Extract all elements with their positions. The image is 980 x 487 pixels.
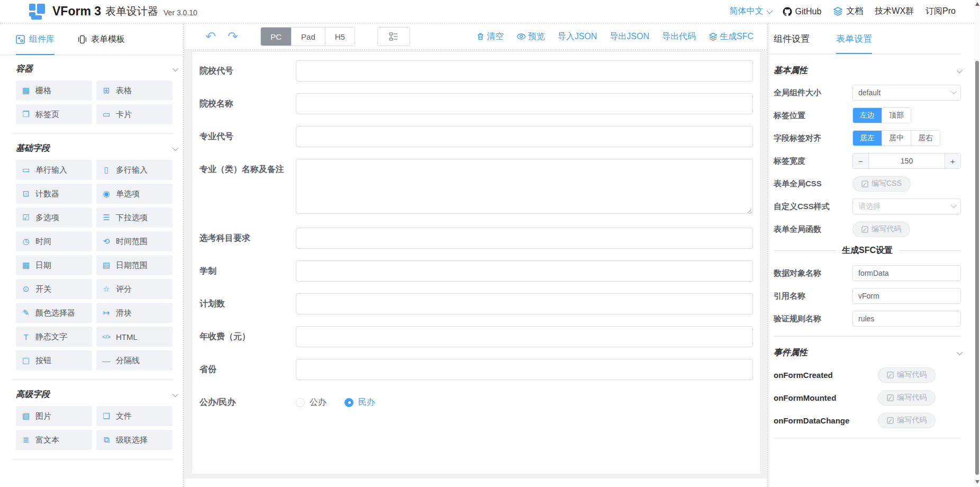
sidebar-item-date[interactable]: ▦日期 <box>16 255 92 275</box>
collapse-chevron-icon[interactable] <box>173 391 178 396</box>
tab-widget-library[interactable]: 组件库 <box>16 24 55 55</box>
radio-option-public[interactable]: 公办 <box>296 397 326 408</box>
form-field-subject-requirements[interactable]: 选考科目要求 <box>196 228 753 249</box>
study-years-input[interactable] <box>296 260 753 282</box>
clear-button[interactable]: 清空 <box>476 31 504 42</box>
wechat-group-link[interactable]: 技术WX群 <box>875 6 914 17</box>
form-field-major-name-remarks[interactable]: 专业（类）名称及备注 <box>196 159 753 216</box>
global-size-select[interactable]: default <box>852 85 961 101</box>
docs-link[interactable]: 文档 <box>833 6 863 17</box>
sidebar-item-multi-line-input[interactable]: ▯多行输入 <box>96 160 173 180</box>
sidebar-item-card[interactable]: ▭卡片 <box>96 104 173 124</box>
scrollbar-down-arrow-icon[interactable] <box>975 480 979 484</box>
language-selector[interactable]: 简体中文 <box>730 6 771 17</box>
form-field-school-name[interactable]: 院校名称 <box>196 93 753 114</box>
sidebar-item-counter[interactable]: ⊡计数器 <box>16 184 92 204</box>
scrollbar-thumb[interactable] <box>975 61 979 475</box>
form-field-public-private[interactable]: 公办/民办 公办 民办 <box>196 392 753 413</box>
label-align-center[interactable]: 居中 <box>882 131 911 146</box>
major-code-input[interactable] <box>296 126 753 147</box>
form-widget-card[interactable]: 院校代号 院校名称 专业代号 专业（类）名称及备注 <box>192 51 761 474</box>
sidebar-item-rating[interactable]: ☆评分 <box>96 279 173 299</box>
collapse-chevron-icon[interactable] <box>173 65 178 71</box>
plan-count-input[interactable] <box>296 293 753 314</box>
setting-label: 全局组件大小 <box>774 88 852 98</box>
scrollbar-up-arrow-icon[interactable] <box>975 2 979 6</box>
sidebar-item-checkbox[interactable]: ☑多选项 <box>16 208 92 228</box>
setting-label: 标签位置 <box>774 111 852 121</box>
form-field-province[interactable]: 省份 <box>196 359 753 380</box>
province-input[interactable] <box>296 359 753 380</box>
onformdatachange-edit-button[interactable]: 编写代码 <box>878 413 936 428</box>
sidebar-item-table[interactable]: ⊞表格 <box>96 80 173 101</box>
form-canvas[interactable]: 院校代号 院校名称 专业代号 专业（类）名称及备注 <box>184 50 767 479</box>
collapse-chevron-icon[interactable] <box>957 349 963 355</box>
device-mode-pad[interactable]: Pad <box>291 28 325 46</box>
form-field-school-code[interactable]: 院校代号 <box>196 60 753 82</box>
redo-button[interactable]: ↷ <box>224 30 241 43</box>
ref-name-input[interactable] <box>852 288 961 304</box>
sidebar-item-time[interactable]: ◷时间 <box>16 231 92 251</box>
collapse-chevron-icon[interactable] <box>173 145 178 150</box>
onformmounted-edit-button[interactable]: 编写代码 <box>878 390 936 405</box>
decrease-button[interactable]: − <box>853 154 869 168</box>
import-json-button[interactable]: 导入JSON <box>558 31 597 42</box>
form-field-major-code[interactable]: 专业代号 <box>196 126 753 147</box>
sidebar-item-date-range[interactable]: ▤日期范围 <box>96 255 173 275</box>
school-code-input[interactable] <box>296 60 753 82</box>
device-mode-pc[interactable]: PC <box>261 28 291 46</box>
sidebar-item-select[interactable]: ☰下拉选项 <box>96 208 173 228</box>
tab-form-templates[interactable]: 表单模板 <box>78 24 125 55</box>
increase-button[interactable]: + <box>945 154 960 168</box>
sidebar-item-picture[interactable]: ▧图片 <box>16 406 92 426</box>
node-tree-button[interactable] <box>377 27 410 46</box>
sidebar-item-divider[interactable]: —分隔线 <box>96 350 173 371</box>
export-code-button[interactable]: 导出代码 <box>662 31 696 42</box>
rules-name-input[interactable] <box>852 311 961 327</box>
sidebar-item-single-line-input[interactable]: ▭单行输入 <box>16 160 92 180</box>
form-field-study-years[interactable]: 学制 <box>196 260 753 282</box>
sidebar-item-color-picker[interactable]: ✎颜色选择器 <box>16 303 92 323</box>
sidebar-item-radio[interactable]: ◉单选项 <box>96 184 173 204</box>
label-align-left[interactable]: 居左 <box>853 131 882 146</box>
write-function-button[interactable]: 编写代码 <box>852 222 910 237</box>
school-name-input[interactable] <box>296 93 753 114</box>
subject-requirements-input[interactable] <box>296 228 753 249</box>
form-field-plan-count[interactable]: 计划数 <box>196 293 753 314</box>
sidebar-item-switch[interactable]: ⊙开关 <box>16 279 92 299</box>
sidebar-item-slider[interactable]: ↦滑块 <box>96 303 173 323</box>
sidebar-item-tab-page[interactable]: ❐标签页 <box>16 104 92 124</box>
tab-form-settings[interactable]: 表单设置 <box>836 24 872 54</box>
sidebar-item-button[interactable]: ▢按钮 <box>16 350 92 371</box>
sidebar-item-time-range[interactable]: ⟲时间范围 <box>96 231 173 251</box>
tab-widget-settings[interactable]: 组件设置 <box>774 24 810 54</box>
generate-sfc-button[interactable]: 生成SFC <box>709 31 754 42</box>
label-align-right[interactable]: 居右 <box>911 131 940 146</box>
sidebar-item-static-text[interactable]: T静态文字 <box>16 327 92 347</box>
radio-option-private[interactable]: 民办 <box>344 397 375 408</box>
undo-button[interactable]: ↶ <box>202 30 219 43</box>
preview-button[interactable]: 预览 <box>516 31 545 42</box>
export-json-button[interactable]: 导出JSON <box>610 31 649 42</box>
sidebar-item-cascader[interactable]: ⧉级联选择 <box>96 430 173 450</box>
data-object-name-input[interactable] <box>852 265 961 281</box>
sidebar-item-html[interactable]: </>HTML <box>96 327 173 347</box>
sidebar-item-grid[interactable]: ▦栅格 <box>16 80 92 101</box>
subscribe-pro-link[interactable]: 订阅Pro <box>925 6 956 17</box>
onformcreated-edit-button[interactable]: 编写代码 <box>878 367 936 383</box>
annual-fee-input[interactable] <box>296 326 753 347</box>
label-width-value[interactable]: 150 <box>869 154 945 168</box>
sidebar-item-rich-text[interactable]: ≣富文本 <box>16 430 92 450</box>
github-link[interactable]: GitHub <box>783 7 822 16</box>
label-position-left[interactable]: 左边 <box>853 108 882 123</box>
custom-css-select[interactable]: 请选择 <box>852 199 961 214</box>
sidebar-item-file[interactable]: ❏文件 <box>96 406 173 426</box>
form-field-annual-fee[interactable]: 年收费（元） <box>196 326 753 347</box>
major-name-remarks-textarea[interactable] <box>296 159 753 214</box>
item-label: 下拉选项 <box>116 213 148 223</box>
device-mode-h5[interactable]: H5 <box>325 28 355 46</box>
page-scrollbar[interactable] <box>975 0 980 487</box>
write-css-button[interactable]: 编写CSS <box>852 176 911 192</box>
label-position-top[interactable]: 顶部 <box>882 108 911 123</box>
collapse-chevron-icon[interactable] <box>957 67 963 73</box>
